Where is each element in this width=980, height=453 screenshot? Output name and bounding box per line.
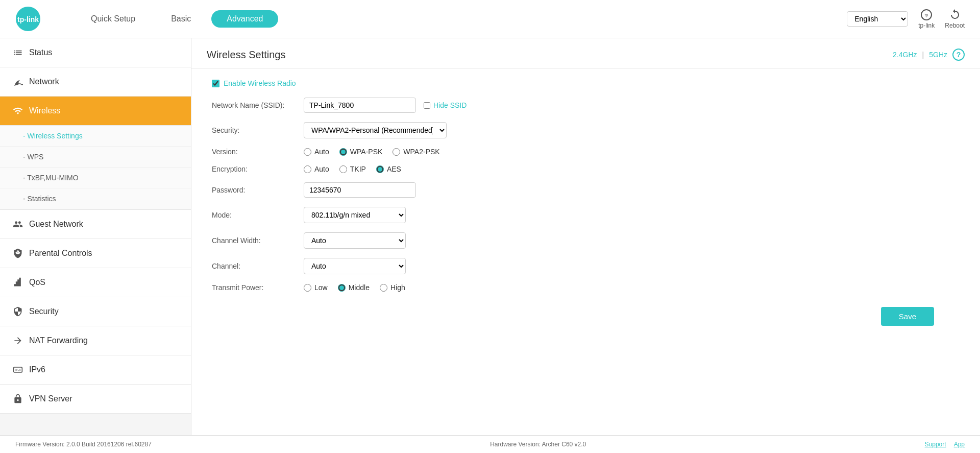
sidebar-item-status-label: Status <box>29 48 52 57</box>
security-select[interactable]: WPA/WPA2-Personal (Recommended) WPA/WPA2… <box>304 122 447 138</box>
security-icon <box>13 306 23 317</box>
transmit-power-control: Low Middle High <box>304 283 559 292</box>
sidebar-item-vpn-server[interactable]: VPN Server <box>0 385 191 414</box>
version-wpa2-psk-text: WPA2-PSK <box>403 148 439 156</box>
encryption-auto-label[interactable]: Auto <box>304 165 329 173</box>
save-button[interactable]: Save <box>881 307 934 326</box>
channel-width-select[interactable]: Auto 20MHz 40MHz <box>304 232 406 249</box>
footer: Firmware Version: 2.0.0 Build 20161206 r… <box>0 435 980 453</box>
version-wpa2-psk-label[interactable]: WPA2-PSK <box>393 148 439 156</box>
power-high-label[interactable]: High <box>380 283 405 292</box>
tab-quick-setup[interactable]: Quick Setup <box>76 10 151 28</box>
version-row: Version: Auto WPA-PSK WPA2-P <box>212 148 960 156</box>
app-link[interactable]: App <box>954 441 965 448</box>
content-area: Wireless Settings 2.4GHz | 5GHz ? Enable… <box>191 38 980 435</box>
version-wpa-psk-label[interactable]: WPA-PSK <box>339 148 383 156</box>
sidebar-item-wireless-label: Wireless <box>29 106 60 115</box>
sidebar-sub-statistics[interactable]: - Statistics <box>0 188 191 209</box>
sidebar-sub-txbf[interactable]: - TxBF,MU-MIMO <box>0 168 191 188</box>
sidebar-item-qos[interactable]: QoS <box>0 268 191 297</box>
network-icon <box>13 77 23 87</box>
ssid-label: Network Name (SSID): <box>212 101 304 109</box>
version-label: Version: <box>212 148 304 156</box>
encryption-aes-label[interactable]: AES <box>376 165 401 173</box>
footer-links: Support App <box>925 441 965 448</box>
power-low-label[interactable]: Low <box>304 283 328 292</box>
version-auto-label[interactable]: Auto <box>304 148 329 156</box>
enable-wireless-checkbox[interactable] <box>212 80 219 87</box>
channel-row: Channel: Auto 1 2 3 4 5 6 7 8 9 10 1 <box>212 258 960 274</box>
password-input[interactable] <box>304 182 416 198</box>
encryption-tkip-text: TKIP <box>350 165 366 173</box>
tplink-icon-btn[interactable]: tp tp-link <box>918 9 935 29</box>
language-select[interactable]: English Chinese <box>847 11 908 27</box>
enable-wireless-text: Enable Wireless Radio <box>224 79 296 87</box>
sidebar-item-parental-controls[interactable]: Parental Controls <box>0 239 191 268</box>
power-low-radio[interactable] <box>304 284 311 292</box>
freq-5ghz[interactable]: 5GHz <box>929 51 947 59</box>
security-row: Security: WPA/WPA2-Personal (Recommended… <box>212 122 960 138</box>
page-title: Wireless Settings <box>207 49 286 61</box>
encryption-auto-text: Auto <box>314 165 329 173</box>
sidebar-item-security[interactable]: Security <box>0 297 191 326</box>
parental-controls-icon <box>13 248 23 258</box>
sidebar-item-vpn-label: VPN Server <box>29 394 72 403</box>
hide-ssid-text: Hide SSID <box>433 101 467 109</box>
reboot-label: Reboot <box>945 22 965 29</box>
tab-basic[interactable]: Basic <box>156 10 206 28</box>
enable-wireless-label[interactable]: Enable Wireless Radio <box>212 79 960 87</box>
main-layout: Status Network Wireless - Wireless Setti… <box>0 38 980 435</box>
channel-width-row: Channel Width: Auto 20MHz 40MHz <box>212 232 960 249</box>
qos-icon <box>13 277 23 288</box>
power-middle-text: Middle <box>349 283 370 292</box>
channel-width-label: Channel Width: <box>212 236 304 245</box>
hide-ssid-checkbox[interactable] <box>424 102 430 109</box>
page-header: Wireless Settings 2.4GHz | 5GHz ? <box>191 38 980 69</box>
sidebar-sub-wireless-settings[interactable]: - Wireless Settings <box>0 126 191 147</box>
encryption-tkip-radio[interactable] <box>339 165 347 173</box>
sidebar-item-guest-label: Guest Network <box>29 220 83 229</box>
wireless-icon <box>13 106 23 116</box>
sidebar-item-parental-label: Parental Controls <box>29 249 92 258</box>
mode-select[interactable]: 802.11b/g/n mixed 802.11b only 802.11g o… <box>304 207 406 223</box>
channel-select[interactable]: Auto 1 2 3 4 5 6 7 8 9 10 11 <box>304 258 406 274</box>
tplink-logo-icon: tp-link <box>15 6 41 32</box>
help-icon[interactable]: ? <box>952 49 965 61</box>
sidebar-item-network-label: Network <box>29 77 59 86</box>
reboot-btn[interactable]: Reboot <box>945 9 965 29</box>
header: tp-link Quick Setup Basic Advanced Engli… <box>0 0 980 38</box>
power-middle-label[interactable]: Middle <box>338 283 370 292</box>
hide-ssid-label[interactable]: Hide SSID <box>424 101 467 109</box>
mode-label: Mode: <box>212 211 304 219</box>
tab-advanced[interactable]: Advanced <box>211 10 278 28</box>
sidebar-item-ipv6[interactable]: IPv6 IPv6 <box>0 355 191 385</box>
nat-forwarding-icon <box>13 336 23 346</box>
status-icon <box>13 47 23 58</box>
hardware-version: Hardware Version: Archer C60 v2.0 <box>490 441 586 448</box>
power-middle-radio[interactable] <box>338 284 346 292</box>
sidebar-item-network[interactable]: Network <box>0 67 191 97</box>
version-wpa-psk-radio[interactable] <box>339 148 347 156</box>
security-label: Security: <box>212 126 304 134</box>
sidebar-item-qos-label: QoS <box>29 278 45 287</box>
version-auto-radio[interactable] <box>304 148 311 156</box>
version-radio-group: Auto WPA-PSK WPA2-PSK <box>304 148 559 156</box>
ssid-input[interactable] <box>304 98 416 113</box>
support-link[interactable]: Support <box>925 441 946 448</box>
encryption-auto-radio[interactable] <box>304 165 311 173</box>
sidebar-item-status[interactable]: Status <box>0 38 191 67</box>
wireless-submenu: - Wireless Settings - WPS - TxBF,MU-MIMO… <box>0 126 191 210</box>
encryption-aes-radio[interactable] <box>376 165 384 173</box>
sidebar-sub-wps[interactable]: - WPS <box>0 147 191 168</box>
sidebar-item-wireless[interactable]: Wireless <box>0 97 191 126</box>
transmit-power-label: Transmit Power: <box>212 283 304 292</box>
sidebar-item-guest-network[interactable]: Guest Network <box>0 210 191 239</box>
power-high-radio[interactable] <box>380 284 387 292</box>
channel-control: Auto 1 2 3 4 5 6 7 8 9 10 11 <box>304 258 559 274</box>
version-wpa2-psk-radio[interactable] <box>393 148 400 156</box>
freq-24ghz[interactable]: 2.4GHz <box>893 51 917 59</box>
guest-network-icon <box>13 219 23 229</box>
sidebar-item-nat-forwarding[interactable]: NAT Forwarding <box>0 326 191 355</box>
encryption-tkip-label[interactable]: TKIP <box>339 165 366 173</box>
encryption-control: Auto TKIP AES <box>304 165 559 173</box>
